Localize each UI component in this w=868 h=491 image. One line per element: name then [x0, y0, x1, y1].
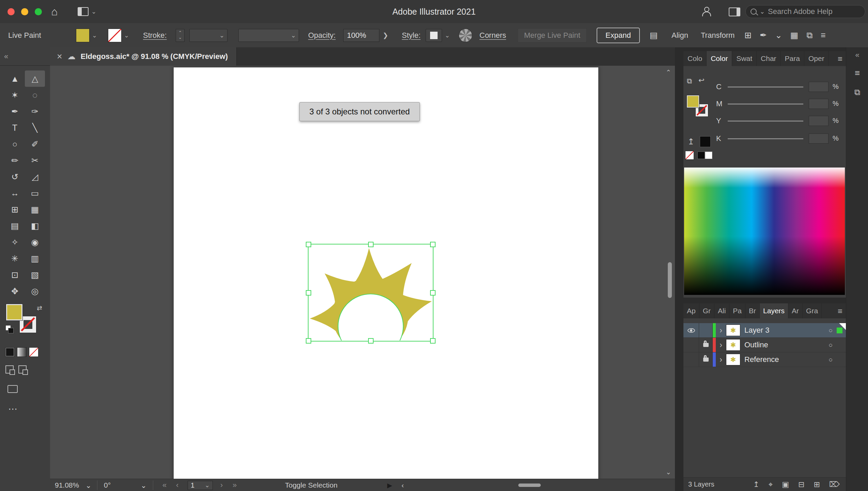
tab-opentype[interactable]: Oper: [804, 51, 829, 66]
layer-thumbnail[interactable]: ✱: [726, 339, 740, 351]
fill-swatch[interactable]: [76, 29, 89, 42]
zoom-level[interactable]: 91.08%: [55, 479, 79, 491]
layer-thumbnail[interactable]: ✱: [726, 354, 740, 365]
next-artboard-icon[interactable]: ›: [220, 479, 223, 491]
shaper-tool[interactable]: ✏: [5, 152, 25, 169]
selection-handle[interactable]: [306, 242, 311, 247]
channel-slider[interactable]: [728, 104, 803, 105]
pen-tool[interactable]: ✒: [5, 103, 25, 120]
home-icon[interactable]: ⌂: [51, 0, 58, 23]
fill-proxy-small[interactable]: [687, 95, 699, 108]
scissors-tool[interactable]: ✂: [25, 152, 45, 169]
opacity-label[interactable]: Opacity:: [308, 23, 336, 47]
color-spectrum[interactable]: [684, 168, 845, 295]
lock-icon[interactable]: [703, 358, 709, 362]
tab-graphic-styles[interactable]: Gr: [699, 303, 714, 318]
selection-handle[interactable]: [306, 338, 311, 344]
swap-fill-stroke-icon[interactable]: ⇄: [37, 304, 42, 312]
layer-target-circle[interactable]: ○: [824, 341, 837, 349]
curvature-tool[interactable]: ✑: [25, 103, 45, 120]
brush-definition-dropdown[interactable]: ⌄: [238, 23, 299, 47]
stroke-weight-stepper[interactable]: ⌃⌄: [176, 23, 185, 47]
width-tool[interactable]: ↔: [5, 185, 25, 201]
zoom-tool[interactable]: ◎: [25, 283, 45, 299]
grid-icon[interactable]: ▦: [790, 30, 799, 40]
play-icon[interactable]: ▶: [387, 479, 392, 491]
transform-label[interactable]: Transform: [701, 23, 735, 47]
none-swatch[interactable]: [685, 151, 694, 159]
mesh-tool[interactable]: ▤: [5, 218, 25, 234]
tab-pathfinder[interactable]: Pa: [729, 303, 745, 318]
document-tab[interactable]: × ☁ Eldegoss.aic* @ 91.08 % (CMYK/Previe…: [50, 47, 237, 66]
control-menu-icon[interactable]: ≡: [821, 30, 826, 40]
touch-workspace-icon[interactable]: ⊞: [744, 30, 752, 40]
tab-paragraph[interactable]: Para: [781, 51, 804, 66]
selection-bounding-box[interactable]: [308, 244, 433, 342]
layer-target-circle[interactable]: ○: [824, 356, 837, 364]
slice-tool[interactable]: ▧: [25, 267, 45, 283]
black-mini-swatch[interactable]: [698, 152, 705, 159]
screen-mode-button[interactable]: [7, 385, 18, 393]
tab-appearance[interactable]: Ap: [683, 303, 699, 318]
close-tab-icon[interactable]: ×: [57, 52, 62, 61]
selection-handle[interactable]: [430, 242, 436, 247]
channel-value-input[interactable]: [809, 82, 828, 92]
layer-row[interactable]: › ✱ Outline ○: [683, 338, 846, 352]
eyedropper-tool[interactable]: ✧: [5, 234, 25, 250]
fullscreen-button[interactable]: [35, 8, 42, 15]
delete-layer-icon[interactable]: ⌦: [829, 480, 840, 489]
selection-handle[interactable]: [430, 338, 436, 344]
disclosure-chevron-icon[interactable]: ›: [716, 340, 726, 350]
rotation-value[interactable]: 0°: [104, 479, 111, 491]
channel-slider[interactable]: [728, 121, 803, 122]
layers-panel-menu-icon[interactable]: ≡: [838, 306, 842, 316]
selection-handle[interactable]: [368, 338, 374, 344]
tab-artboards[interactable]: Ar: [788, 303, 803, 318]
channel-slider[interactable]: [728, 86, 803, 88]
eldegoss-shape[interactable]: [308, 244, 432, 340]
tab-layers[interactable]: Layers: [760, 303, 788, 318]
color-button[interactable]: [5, 348, 14, 357]
scale-tool[interactable]: ◿: [25, 169, 45, 185]
close-button[interactable]: [7, 8, 15, 15]
draw-normal-icon[interactable]: [5, 365, 14, 374]
layer-thumbnail[interactable]: ✱: [726, 324, 740, 336]
eye-icon[interactable]: [688, 328, 695, 333]
first-artboard-icon[interactable]: «: [162, 479, 167, 491]
vertical-scrollbar[interactable]: [668, 262, 672, 298]
zoom-chevron-icon[interactable]: ⌄: [85, 479, 92, 491]
lasso-tool[interactable]: ◌: [25, 87, 45, 103]
free-transform-tool[interactable]: ▭: [25, 185, 45, 201]
gradient-button[interactable]: [17, 348, 26, 357]
status-readout[interactable]: Toggle Selection: [285, 479, 337, 491]
lock-icon[interactable]: [703, 343, 709, 347]
selection-tool[interactable]: ▲: [5, 70, 25, 87]
shaper-pen-chevron-icon[interactable]: ⌄: [775, 30, 782, 40]
search-input[interactable]: ⌄ Search Adobe Help: [745, 5, 865, 18]
expand-panels-icon[interactable]: «: [846, 51, 868, 60]
type-tool[interactable]: T: [5, 120, 25, 136]
column-graph-tool[interactable]: ▥: [25, 250, 45, 267]
direct-selection-tool[interactable]: △: [25, 70, 45, 87]
rotation-chevron-icon[interactable]: ⌄: [141, 479, 147, 491]
symbol-sprayer-tool[interactable]: ✳: [5, 250, 25, 267]
shape-builder-tool[interactable]: ⊞: [5, 201, 25, 218]
artboard-navigation-input[interactable]: 1⌄: [188, 479, 213, 491]
workspace-switcher[interactable]: ⌄: [78, 0, 96, 23]
stroke-none-swatch[interactable]: [108, 29, 121, 42]
fill-color-dropdown[interactable]: ⌄: [76, 23, 97, 47]
stroke-weight-dropdown[interactable]: ⌄: [189, 23, 227, 47]
collapse-left-icon[interactable]: ‹: [401, 479, 404, 491]
layer-row[interactable]: › ✱ Layer 3 ○: [683, 323, 846, 338]
align-label[interactable]: Align: [672, 23, 688, 47]
paintbrush-tool[interactable]: ✐: [25, 136, 45, 152]
tab-align[interactable]: Ali: [714, 303, 729, 318]
expand-button[interactable]: Expand: [597, 23, 640, 47]
merge-live-paint-button[interactable]: Merge Live Paint: [518, 23, 587, 47]
channel-value-input[interactable]: [809, 133, 828, 144]
panel-rows-icon[interactable]: ▤: [650, 23, 658, 47]
account-icon[interactable]: [701, 7, 711, 16]
style-swatch-dropdown[interactable]: ⌄: [426, 23, 450, 47]
layer-name[interactable]: Layer 3: [744, 326, 824, 335]
blend-tool[interactable]: ◉: [25, 234, 45, 250]
